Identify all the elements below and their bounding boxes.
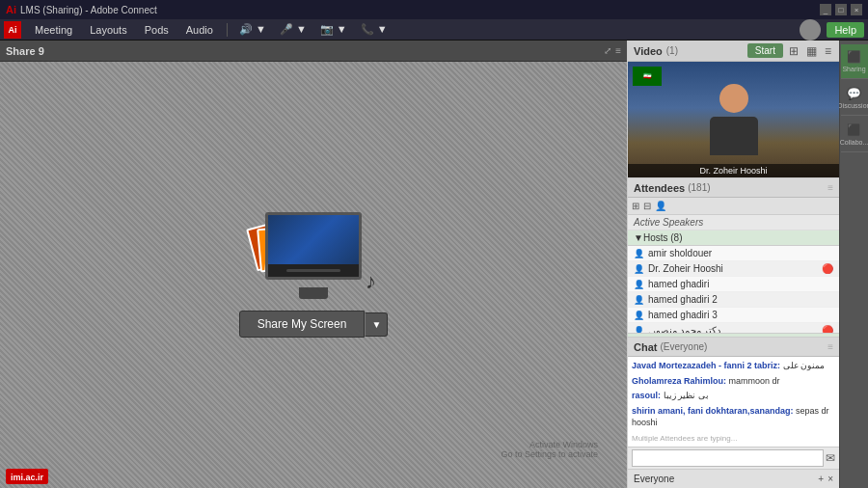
share-panel-title: Share 9	[6, 45, 44, 57]
video-count: (1)	[666, 45, 678, 56]
right-panel: Video (1) Start ⊞ ▦ ≡ 🇮🇷 Dr. Zoheir Hoos…	[627, 41, 839, 488]
screen-share-illustration: ♪	[251, 212, 376, 299]
attendee-icon: 👤	[634, 264, 644, 274]
video-person-body	[710, 117, 758, 155]
share-panel-controls: ⤢ ≡	[604, 45, 621, 56]
video-person	[710, 84, 758, 155]
discussion-icon: 💬	[847, 87, 861, 100]
chat-text: mammoon dr	[729, 376, 780, 386]
menu-separator-1	[227, 23, 228, 37]
chat-text: بی نظیر زیبا	[664, 391, 709, 400]
panel-menu-icon[interactable]: ≡	[615, 45, 621, 56]
chat-expand-icon[interactable]: +	[818, 474, 824, 484]
minimize-button[interactable]: _	[820, 4, 831, 15]
attendees-count: (181)	[688, 182, 710, 193]
video-layout-icon[interactable]: ▦	[804, 44, 819, 58]
attendee-name: Dr. Zoheir Hooshi	[648, 263, 818, 274]
attendees-title: Attendees	[634, 182, 685, 194]
chat-messages: Javad Mortezazadeh - fanni 2 tabriz: ممن…	[628, 357, 839, 447]
video-start-button[interactable]: Start	[747, 43, 783, 58]
sidebar-icons: ⬛ Sharing 💬 Discussion ⬛ Collabo...	[839, 41, 868, 488]
chat-sender: Javad Mortezazadeh - fanni 2 tabriz:	[632, 361, 780, 370]
attendee-row: 👤 amir sholdouer	[628, 246, 839, 261]
attendee-row: 👤 hamed ghadiri 3	[628, 308, 839, 323]
chat-text: ممنون علی	[783, 361, 826, 370]
attendee-icon: 👤	[634, 326, 644, 334]
chat-send-icon[interactable]: ✉	[826, 451, 835, 465]
attendees-header: Attendees (181) ≡	[628, 178, 839, 198]
monitor-body	[265, 212, 362, 280]
video-presenter-name: Dr. Zoheir Hooshi	[628, 164, 839, 177]
menu-meeting[interactable]: Meeting	[27, 22, 80, 38]
user-avatar[interactable]	[800, 19, 821, 41]
windows-activate-watermark: Activate Windows Go to Settings to activ…	[501, 440, 598, 459]
attendee-row: 👤 Dr. Zoheir Hooshi 🔴	[628, 261, 839, 277]
attendees-toolbar: ⊞ ⊟ 👤	[628, 198, 839, 215]
attendees-section: Attendees (181) ≡ ⊞ ⊟ 👤 Active Speakers …	[628, 178, 839, 338]
adobe-logo: Ai	[6, 4, 16, 15]
imi-logo: imi.ac.ir	[6, 469, 48, 484]
attendee-name: hamed ghadiri 3	[648, 310, 833, 320]
audio-icon-btn[interactable]: 🔊 ▼	[233, 21, 272, 38]
attendees-sort-icon[interactable]: ⊞	[632, 201, 639, 211]
panel-maximize-icon[interactable]: ⤢	[604, 45, 611, 56]
share-btn-area[interactable]: Share My Screen ▼	[239, 311, 389, 338]
title-bar-left: Ai LMS (Sharing) - Adobe Connect	[6, 4, 157, 15]
sidebar-collabo-item[interactable]: ⬛ Collabo...	[841, 118, 868, 152]
chat-message: rasoul: بی نظیر زیبا	[632, 390, 835, 402]
sidebar-sharing-item[interactable]: ⬛ Sharing	[841, 44, 868, 79]
close-button[interactable]: ×	[851, 4, 862, 15]
video-header: Video (1) Start ⊞ ▦ ≡	[628, 41, 839, 62]
menu-pods[interactable]: Pods	[137, 22, 176, 38]
chat-header: Chat (Everyone) ≡	[628, 338, 839, 357]
chat-close-icon[interactable]: ×	[827, 474, 833, 484]
chat-controls: + ×	[818, 474, 833, 484]
share-icon-area: ♪ Share My Screen ▼	[239, 212, 389, 338]
video-grid-icon[interactable]: ⊞	[787, 44, 800, 58]
monitor-stand	[299, 287, 328, 299]
menu-layouts[interactable]: Layouts	[82, 22, 135, 38]
webcam-icon-btn[interactable]: 📷 ▼	[314, 21, 353, 38]
attendee-icon: 👤	[634, 280, 644, 289]
chat-input[interactable]	[632, 449, 824, 467]
attendee-icon: 👤	[634, 311, 644, 320]
video-menu-icon[interactable]: ≡	[823, 44, 833, 58]
attendees-menu-icon[interactable]: ≡	[827, 182, 833, 193]
share-dropdown-button[interactable]: ▼	[365, 312, 388, 337]
title-bar: Ai LMS (Sharing) - Adobe Connect _ □ ×	[0, 0, 868, 19]
attendees-filter-icon[interactable]: ⊟	[643, 201, 651, 211]
imi-logo-text: imi.ac.ir	[11, 473, 43, 482]
attendee-name: amir sholdouer	[648, 248, 833, 258]
menu-audio[interactable]: Audio	[178, 22, 221, 38]
attendee-name: .دکتر محمد منصور	[648, 325, 818, 333]
hosts-label: ▼ Hosts (8)	[628, 230, 839, 246]
chat-sender: shirin amani, fani dokhtaran,sanandag:	[632, 406, 794, 416]
video-section: Video (1) Start ⊞ ▦ ≡ 🇮🇷 Dr. Zoheir Hoos…	[628, 41, 839, 178]
help-button[interactable]: Help	[827, 22, 864, 38]
mic-icon-btn[interactable]: 🎤 ▼	[274, 21, 312, 38]
attendee-icon: 👤	[634, 249, 644, 258]
sidebar-discussion-item[interactable]: 💬 Discussion	[841, 81, 868, 116]
chat-message: Gholamreza Rahimlou: mammoon dr	[632, 375, 835, 388]
chat-message: Javad Mortezazadeh - fanni 2 tabriz: ممن…	[632, 360, 835, 372]
attendee-name: hamed ghadiri 2	[648, 294, 833, 305]
attendee-row: 👤 hamed ghadiri 2	[628, 292, 839, 308]
chat-menu-icon[interactable]: ≡	[827, 341, 833, 352]
phone-icon-btn[interactable]: 📞 ▼	[355, 21, 393, 38]
attendee-list: 👤 amir sholdouer 👤 Dr. Zoheir Hooshi 🔴 👤…	[628, 246, 839, 333]
maximize-button[interactable]: □	[835, 4, 847, 15]
chat-footer: Everyone + ×	[628, 469, 839, 488]
attendees-view-icon[interactable]: 👤	[655, 201, 666, 211]
attendee-badge: 🔴	[822, 263, 833, 274]
collabo-icon: ⬛	[847, 123, 861, 137]
title-bar-controls[interactable]: _ □ ×	[820, 4, 862, 15]
chat-footer-label: Everyone	[634, 474, 674, 484]
chat-audience: (Everyone)	[660, 341, 707, 352]
chat-section: Chat (Everyone) ≡ Javad Mortezazadeh - f…	[628, 338, 839, 488]
video-feed: 🇮🇷 Dr. Zoheir Hooshi	[628, 62, 839, 177]
sharing-icon: ⬛	[847, 50, 861, 64]
chat-input-area[interactable]: ✉	[628, 447, 839, 469]
main-layout: Share 9 ⤢ ≡	[0, 41, 868, 488]
share-my-screen-button[interactable]: Share My Screen	[239, 311, 366, 338]
chat-message: shirin amani, fani dokhtaran,sanandag: s…	[632, 405, 835, 429]
